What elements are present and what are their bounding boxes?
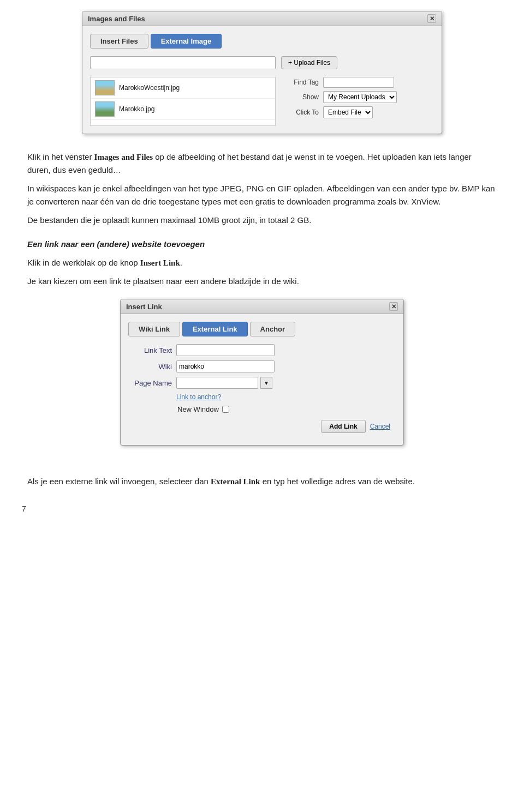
- tab-external-image[interactable]: External Image: [151, 34, 222, 49]
- page-name-label: Page Name: [128, 379, 172, 387]
- insert-link-dialog: Insert Link ✕ Wiki Link External Link An…: [120, 299, 404, 446]
- search-input[interactable]: [90, 56, 276, 69]
- find-tag-input[interactable]: [323, 77, 394, 88]
- cancel-button[interactable]: Cancel: [370, 420, 390, 433]
- tab-wiki-link[interactable]: Wiki Link: [128, 322, 180, 336]
- insert-link-titlebar: Insert Link ✕: [121, 299, 403, 314]
- click-to-row: Click To Embed File: [283, 106, 434, 118]
- section-heading: Een link naar een (andere) website toevo…: [27, 238, 497, 251]
- show-select[interactable]: My Recent Uploads: [323, 91, 397, 103]
- page-number: 7: [22, 504, 502, 513]
- add-link-button[interactable]: Add Link: [321, 420, 365, 433]
- dialog-title: Images and Files: [88, 15, 145, 23]
- dialog-footer: Add Link Cancel: [128, 420, 396, 437]
- insert-link-title: Insert Link: [126, 303, 162, 311]
- wiki-label: Wiki: [128, 363, 172, 371]
- link-text-input[interactable]: [176, 344, 275, 356]
- upload-row: + Upload Files: [90, 56, 434, 69]
- paragraph-6: Als je een externe link wil invoegen, se…: [27, 475, 497, 488]
- paragraph-3: De bestanden die je oplaadt kunnen maxim…: [27, 214, 497, 227]
- paragraph-4: Klik in de werkblak op de knop Insert Li…: [27, 256, 497, 269]
- click-to-label: Click To: [283, 109, 319, 116]
- chevron-down-icon[interactable]: ▼: [260, 377, 272, 389]
- dialog-body: Insert Files External Image + Upload Fil…: [82, 26, 442, 134]
- wiki-input[interactable]: marokko: [176, 360, 275, 372]
- files-panel: MarokkoWoestijn.jpg Marokko.jpg Find Tag…: [90, 77, 434, 126]
- find-tag-label: Find Tag: [283, 79, 319, 86]
- body-section-3: Als je een externe link wil invoegen, se…: [27, 475, 497, 488]
- body-section-2: Een link naar een (andere) website toevo…: [27, 238, 497, 288]
- find-tag-row: Find Tag: [283, 77, 434, 88]
- link-text-label: Link Text: [128, 346, 172, 354]
- link-text-row: Link Text: [128, 344, 396, 356]
- bold-images-files: Images and Files: [94, 153, 153, 161]
- paragraph-5: Je kan kiezen om een link te plaatsen na…: [27, 275, 497, 288]
- list-item[interactable]: Marokko.jpg: [91, 99, 275, 120]
- show-label: Show: [283, 93, 319, 101]
- file-name: MarokkoWoestijn.jpg: [119, 84, 180, 92]
- link-anchor-row: Link to anchor?: [128, 393, 396, 401]
- file-thumbnail: [95, 80, 115, 95]
- paragraph-2: In wikispaces kan je enkel afbeeldingen …: [27, 182, 497, 208]
- show-row: Show My Recent Uploads: [283, 91, 434, 103]
- paragraph-1: Klik in het venster Images and Files op …: [27, 151, 497, 177]
- bold-external-link: External Link: [211, 477, 260, 486]
- tab-bar: Insert Files External Image: [90, 34, 434, 49]
- new-window-checkbox[interactable]: [222, 406, 229, 413]
- page-name-field-group: ▼: [176, 377, 272, 389]
- file-name: Marokko.jpg: [119, 105, 154, 113]
- options-panel: Find Tag Show My Recent Uploads Click To…: [283, 77, 434, 126]
- dialog-titlebar: Images and Files ✕: [82, 11, 442, 26]
- new-window-row: New Window: [128, 405, 396, 413]
- tab-insert-files[interactable]: Insert Files: [90, 34, 148, 49]
- wiki-row: Wiki marokko: [128, 360, 396, 372]
- insert-link-tab-bar: Wiki Link External Link Anchor: [128, 322, 396, 336]
- file-thumbnail: [95, 101, 115, 117]
- new-window-label: New Window: [177, 405, 219, 413]
- click-to-select[interactable]: Embed File: [323, 106, 373, 118]
- bold-insert-link: Insert Link: [140, 258, 180, 267]
- body-section-1: Klik in het venster Images and Files op …: [27, 151, 497, 227]
- upload-files-button[interactable]: + Upload Files: [281, 56, 337, 69]
- list-item[interactable]: MarokkoWoestijn.jpg: [91, 77, 275, 99]
- file-list: MarokkoWoestijn.jpg Marokko.jpg: [90, 77, 276, 126]
- page-name-row: Page Name ▼: [128, 377, 396, 389]
- tab-external-link[interactable]: External Link: [182, 322, 248, 336]
- close-icon[interactable]: ✕: [427, 14, 436, 23]
- close-icon[interactable]: ✕: [389, 302, 398, 311]
- link-to-anchor-link[interactable]: Link to anchor?: [176, 393, 221, 401]
- tab-anchor[interactable]: Anchor: [250, 322, 296, 336]
- images-files-dialog: Images and Files ✕ Insert Files External…: [82, 11, 442, 134]
- page-name-input[interactable]: [176, 377, 258, 389]
- insert-link-body: Wiki Link External Link Anchor Link Text…: [121, 314, 403, 445]
